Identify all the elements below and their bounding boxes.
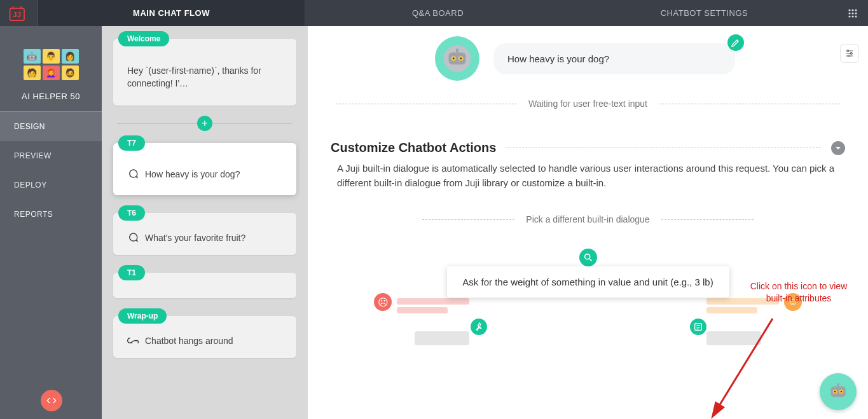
waiting-label: Waiting for user free-text input: [528, 99, 647, 109]
tab-label: Q&A BOARD: [412, 8, 464, 18]
nav-deploy[interactable]: DEPLOY: [0, 170, 102, 200]
negative-branch-placeholder: [374, 325, 469, 345]
svg-point-13: [848, 55, 850, 57]
pin-button[interactable]: [471, 319, 487, 335]
bot-name: AI HELPER 50: [9, 92, 93, 111]
nav-preview[interactable]: PREVIEW: [0, 141, 102, 170]
svg-point-11: [847, 50, 849, 52]
search-dialogue-button[interactable]: [579, 249, 597, 266]
nav-label: DESIGN: [14, 122, 45, 131]
flow-card-wrapup[interactable]: Wrap-up Chatbot hangs around: [113, 316, 296, 358]
flow-card-text: Chatbot hangs around: [145, 336, 233, 346]
svg-point-6: [851, 12, 853, 14]
attributes-button[interactable]: [690, 319, 706, 335]
flow-column: Welcome Hey `(user-first-name)`, thanks …: [102, 26, 308, 419]
waiting-divider: Waiting for user free-text input: [336, 99, 840, 109]
flow-pill: T6: [118, 205, 145, 221]
svg-point-5: [848, 12, 850, 14]
positive-branch-placeholder: [706, 325, 802, 345]
flow-card-text: How heavy is your dog?: [145, 169, 240, 179]
dialogue-text: Ask for the weight of something in value…: [462, 277, 713, 287]
nav-design[interactable]: DESIGN: [0, 112, 102, 141]
svg-point-3: [851, 9, 853, 11]
svg-text:JJ: JJ: [13, 11, 21, 18]
svg-point-9: [851, 15, 853, 17]
tab-chatbot-settings[interactable]: CHATBOT SETTINGS: [571, 0, 837, 26]
bot-message-row: How heavy is your dog?: [435, 36, 868, 81]
svg-point-28: [841, 391, 843, 393]
flow-card-text: What's your favorite fruit?: [145, 233, 245, 243]
edit-message-button[interactable]: [727, 34, 744, 51]
nav-label: DEPLOY: [14, 181, 47, 189]
flow-pill: Welcome: [118, 31, 169, 46]
svg-point-4: [855, 9, 857, 11]
top-tabs: MAIN CHAT FLOW Q&A BOARD CHATBOT SETTING…: [38, 0, 837, 26]
tab-label: CHATBOT SETTINGS: [661, 8, 748, 18]
tab-qa-board[interactable]: Q&A BOARD: [305, 0, 571, 26]
main-panel: How heavy is your dog? Waiting for user …: [308, 26, 868, 419]
nav-label: PREVIEW: [14, 151, 52, 160]
section-header: Customize Chatbot Actions: [331, 141, 845, 155]
pick-dialogue-divider: Pick a different built-in dialogue: [422, 214, 754, 224]
svg-point-27: [834, 391, 836, 393]
code-fab[interactable]: [41, 390, 62, 411]
svg-point-8: [848, 15, 850, 17]
dialogue-card[interactable]: Ask for the weight of something in value…: [447, 266, 729, 298]
tab-main-chat-flow[interactable]: MAIN CHAT FLOW: [38, 0, 305, 26]
chat-icon: [127, 232, 139, 244]
apps-grid-icon[interactable]: [837, 8, 868, 18]
svg-rect-20: [456, 49, 458, 53]
infinity-icon: [127, 335, 139, 347]
flow-card-t6[interactable]: T6 What's your favorite fruit?: [113, 213, 296, 255]
nav-label: REPORTS: [14, 210, 53, 219]
svg-point-19: [460, 58, 462, 60]
annotation-text: Click on this icon to view built-in attr…: [745, 280, 853, 305]
flow-pill: Wrap-up: [118, 308, 167, 324]
left-sidebar: 🤖 👨 👩 🧑 👩‍🦰 🧔 AI HELPER 50 DESIGN PREVIE…: [0, 26, 102, 419]
svg-point-2: [848, 9, 850, 11]
flow-card-text: Hey `(user-first-name)`, thanks for conn…: [127, 64, 282, 90]
pick-dialogue-label: Pick a different built-in dialogue: [526, 214, 649, 224]
svg-point-21: [584, 254, 589, 259]
sad-face-icon: ☹: [374, 293, 392, 311]
top-bar: JJ MAIN CHAT FLOW Q&A BOARD CHATBOT SETT…: [0, 0, 868, 26]
flow-pill: T7: [118, 135, 145, 151]
flow-divider: +: [117, 123, 293, 124]
bot-avatar: [435, 36, 479, 81]
section-description: A Juji built-in dialogue is automaticall…: [337, 161, 839, 190]
chat-helper-fab[interactable]: [820, 373, 857, 410]
section-title: Customize Chatbot Actions: [331, 141, 496, 155]
svg-point-18: [453, 58, 455, 60]
svg-point-12: [850, 53, 852, 55]
bot-message-bubble[interactable]: How heavy is your dog?: [493, 43, 735, 74]
svg-rect-29: [837, 383, 839, 387]
nav-reports[interactable]: REPORTS: [0, 200, 102, 229]
add-step-button[interactable]: +: [197, 116, 212, 131]
sliders-icon[interactable]: [840, 44, 859, 63]
svg-point-7: [855, 12, 857, 14]
flow-pill: T1: [118, 265, 145, 280]
svg-point-10: [855, 15, 857, 17]
chat-icon: [127, 168, 139, 180]
tab-label: MAIN CHAT FLOW: [133, 8, 210, 18]
flow-card-welcome[interactable]: Welcome Hey `(user-first-name)`, thanks …: [113, 39, 296, 106]
persona-avatars[interactable]: 🤖 👨 👩 🧑 👩‍🦰 🧔: [22, 49, 79, 80]
flow-card-t1[interactable]: T1: [113, 273, 296, 298]
flow-card-t7[interactable]: T7 How heavy is your dog?: [113, 143, 296, 195]
bot-message-text: How heavy is your dog?: [507, 53, 609, 64]
collapse-section-button[interactable]: [831, 141, 845, 155]
juji-logo[interactable]: JJ: [0, 0, 38, 26]
